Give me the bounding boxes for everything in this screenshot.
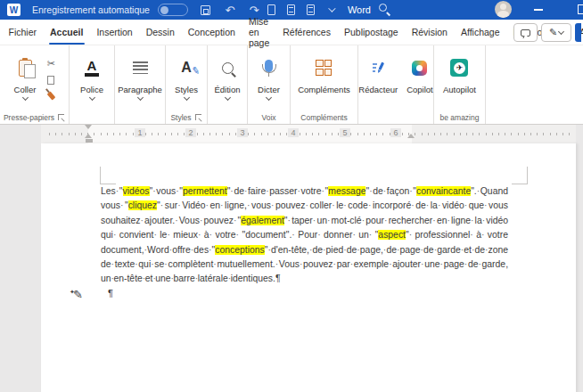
tab-affichage[interactable]: Affichage [454,20,506,45]
ruler-number: 2 [185,128,196,137]
save-button[interactable] [198,2,214,18]
quick-access-button-2[interactable] [303,2,319,18]
paragraph-lines-icon [133,61,148,74]
copy-icon [47,76,54,85]
editor-button[interactable]: Rédacteur [355,51,401,96]
tab-accueil[interactable]: Accueil [44,20,90,45]
tab-publipostage[interactable]: Publipostage [337,20,405,45]
styles-label: Styles [175,85,198,94]
editor-pen-icon [370,60,386,76]
autopilot-icon: ✈ [450,59,468,77]
group-presse-papiers: Coller ✂ Presse-papiers [0,45,70,124]
dictate-label: Dicter [258,85,280,94]
font-icon: A [85,59,99,78]
comments-button[interactable] [513,23,538,42]
group-styles: A✎ Styles Styles [166,45,208,124]
restore-button[interactable] [578,4,583,14]
horizontal-ruler: 1 2 3 4 5 6 [0,125,583,143]
dialog-launcher-icon[interactable] [58,114,65,121]
autopilot-button[interactable]: ✈ Autopilot [439,51,480,96]
group-label-styles: Styles [170,113,191,122]
search-icon[interactable] [379,4,387,12]
cut-button[interactable]: ✂ [44,57,58,70]
paragraph-button[interactable]: Paragraphe [114,51,166,102]
minimize-button[interactable] [534,9,543,11]
styles-icon: A✎ [181,60,192,76]
group-police: A Police [70,45,115,124]
first-line-indent-marker[interactable] [85,125,92,129]
microphone-icon [265,60,273,72]
group-label-complements: Compléments [300,113,347,122]
chevron-down-icon [136,94,143,101]
tab-mise-en-page[interactable]: Mise en page [242,20,275,45]
addins-button[interactable]: Compléments [294,51,354,96]
ruler-number: 5 [340,128,350,137]
undo-icon: ↶ [225,4,234,16]
title-bar: W Enregistrement automatique ↶ ↷ Word [0,0,583,20]
ruler-ticks [49,133,571,135]
highlighted-word[interactable]: vidéos [123,186,150,196]
chevron-down-icon [558,29,564,35]
highlighted-word[interactable]: message [328,186,365,196]
margin-crop-mark-right [512,167,528,184]
left-indent-marker[interactable] [86,139,93,143]
paste-label: Coller [14,85,37,94]
format-painter-icon [47,91,56,100]
tab-dessin[interactable]: Dessin [139,20,181,45]
highlighted-word[interactable]: également [241,216,284,225]
highlighted-word[interactable]: aspect [378,230,406,240]
chevron-down-icon [224,94,230,101]
copilot-label: Copilot [406,85,433,94]
group-redacteur-copilot: Rédacteur Copilot [358,45,434,124]
document-page[interactable]: Les· "vidéos"· vous· "permettent"· de· f… [41,143,576,392]
highlighted-word[interactable]: cliquez [128,200,157,210]
dialog-launcher-icon[interactable] [195,114,202,121]
editing-label: Édition [214,85,240,94]
ribbon-empty-space [486,45,583,124]
copy-button[interactable] [44,73,58,86]
autosave-toggle[interactable] [158,4,188,16]
account-avatar[interactable] [495,1,512,18]
autopilot-label: Autopilot [443,85,476,94]
group-label-presse-papiers: Presse-papiers [4,113,54,122]
addins-grid-icon [316,60,332,76]
dictate-button[interactable]: Dicter [254,51,283,102]
quick-access-button-1[interactable] [283,2,300,18]
word-app-icon: W [7,4,21,16]
scissors-icon: ✂ [47,59,55,69]
right-indent-marker[interactable] [407,134,415,138]
paste-button[interactable]: Coller [11,51,40,102]
tab-conception[interactable]: Conception [181,20,242,45]
autosave-label: Enregistrement automatique [32,4,150,15]
margin-crop-mark-left [100,167,116,184]
tab-insertion[interactable]: Insertion [90,20,139,45]
editing-button[interactable]: Édition [210,51,243,102]
editor-label: Rédacteur [358,85,398,94]
format-painter-button[interactable] [44,89,58,102]
group-label-voix: Voix [261,113,275,122]
share-button-partial[interactable] [575,23,581,42]
copilot-icon [412,61,427,76]
undo-button[interactable]: ↶ [222,2,238,18]
customize-qat-button[interactable] [323,2,339,18]
group-voix: Dicter Voix [248,45,291,124]
tab-references[interactable]: Références [276,20,338,45]
document-text[interactable]: Les· "vidéos"· vous· "permettent"· de· f… [101,184,508,287]
chevron-down-icon [88,94,94,101]
document-icon [307,4,315,15]
font-button[interactable]: A Police [77,51,107,102]
tab-revision[interactable]: Révision [405,20,454,45]
ribbon-tab-row: Fichier Accueil Insertion Dessin Concept… [0,20,583,45]
copilot-button[interactable]: Copilot [403,51,437,96]
blank-page-icon [267,4,275,15]
highlighted-word[interactable]: conceptions [215,245,264,255]
styles-button[interactable]: A✎ Styles [171,51,201,102]
tab-fichier[interactable]: Fichier [2,20,44,45]
editing-mode-button[interactable]: ✎ [541,23,571,42]
highlighted-word[interactable]: permettent [183,186,227,196]
ribbon: Coller ✂ Presse-papiers A Police Parag [0,45,583,125]
hanging-indent-marker[interactable] [85,134,92,138]
highlighted-word[interactable]: convaincante [416,186,471,196]
document-area: Les· "vidéos"· vous· "permettent"· de· f… [0,143,583,392]
copilot-margin-pen-icon[interactable]: ✦✎ [70,288,83,301]
